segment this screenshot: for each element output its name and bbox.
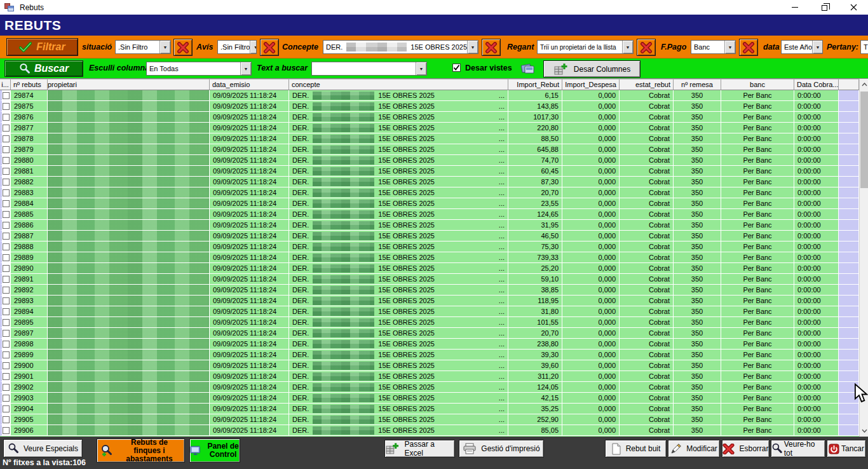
row-checkbox[interactable]	[3, 211, 10, 218]
table-row[interactable]: 2989509/09/2025 11:18:24DER.15E OBRES 20…	[0, 317, 859, 328]
table-row[interactable]: 2989709/09/2025 11:18:24DER.15E OBRES 20…	[0, 328, 859, 339]
row-checkbox[interactable]	[3, 222, 10, 229]
column-header[interactable]: i...	[0, 79, 11, 90]
column-header[interactable]: propietari	[48, 79, 210, 90]
pertany-dropdown[interactable]: T	[860, 40, 868, 54]
row-checkbox[interactable]	[3, 384, 10, 391]
column-header[interactable]: Data Cobra...	[794, 79, 839, 90]
rebut-buit-button[interactable]: Rebut buit	[605, 440, 667, 458]
row-checkbox[interactable]	[3, 319, 10, 326]
chevron-down-icon[interactable]: ▼	[159, 41, 170, 53]
row-checkbox[interactable]	[3, 373, 10, 380]
row-checkbox[interactable]	[3, 125, 10, 132]
chevron-down-icon[interactable]: ▼	[467, 41, 478, 53]
filtrar-button[interactable]: Filtrar	[6, 38, 78, 56]
chevron-down-icon[interactable]: ▼	[724, 41, 735, 53]
row-checkbox[interactable]	[3, 243, 10, 250]
table-row[interactable]: 2990509/09/2025 11:18:24DER.15E OBRES 20…	[0, 414, 859, 425]
row-checkbox[interactable]	[3, 287, 10, 294]
row-checkbox[interactable]	[3, 179, 10, 186]
clear-concepte-button[interactable]	[482, 39, 501, 56]
row-checkbox[interactable]	[3, 308, 10, 315]
save-view-icon[interactable]	[520, 62, 536, 78]
column-header[interactable]: nº rebuts	[11, 79, 48, 90]
table-row[interactable]: 2988809/09/2025 11:18:24DER.15E OBRES 20…	[0, 241, 859, 252]
clear-regant-button[interactable]	[637, 39, 656, 56]
modificar-button[interactable]: Modificar	[668, 440, 720, 458]
row-checkbox[interactable]	[3, 351, 10, 358]
table-row[interactable]: 2987809/09/2025 11:18:24DER.15E OBRES 20…	[0, 133, 859, 144]
chevron-down-icon[interactable]: ▼	[240, 62, 251, 75]
row-checkbox[interactable]	[3, 146, 10, 153]
table-row[interactable]: 2988409/09/2025 11:18:24DER.15E OBRES 20…	[0, 198, 859, 209]
scroll-down-button[interactable]	[860, 425, 868, 437]
table-row[interactable]: 2990009/09/2025 11:18:24DER.15E OBRES 20…	[0, 360, 859, 371]
table-row[interactable]: 2989909/09/2025 11:18:24DER.15E OBRES 20…	[0, 350, 859, 360]
table-row[interactable]: 2988609/09/2025 11:18:24DER.15E OBRES 20…	[0, 220, 859, 231]
row-checkbox[interactable]	[3, 233, 10, 240]
row-checkbox[interactable]	[3, 114, 10, 121]
table-row[interactable]: 2987909/09/2025 11:18:24DER.15E OBRES 20…	[0, 144, 859, 155]
table-row[interactable]: 2988309/09/2025 11:18:24DER.15E OBRES 20…	[0, 187, 859, 198]
scrollbar-thumb[interactable]	[860, 92, 868, 188]
fpago-dropdown[interactable]: Banc ▼	[691, 40, 736, 54]
table-row[interactable]: 2988709/09/2025 11:18:24DER.15E OBRES 20…	[0, 231, 859, 241]
situacio-dropdown[interactable]: .Sin Filtro ▼	[115, 40, 171, 54]
row-checkbox[interactable]	[3, 157, 10, 164]
column-header[interactable]: data_emisio	[210, 79, 289, 90]
table-row[interactable]: 2988209/09/2025 11:18:24DER.15E OBRES 20…	[0, 177, 859, 187]
close-button[interactable]	[839, 0, 868, 15]
gestio-impresio-button[interactable]: Gestió d'impresió	[459, 440, 544, 458]
row-checkbox[interactable]	[3, 362, 10, 369]
row-checkbox[interactable]	[3, 254, 10, 261]
table-row[interactable]: 2988009/09/2025 11:18:24DER.15E OBRES 20…	[0, 155, 859, 166]
concepte-dropdown[interactable]: DER. 15E OBRES 2025 ▼	[323, 40, 478, 54]
row-checkbox[interactable]	[3, 341, 10, 348]
table-row[interactable]: 2990609/09/2025 11:18:24DER.15E OBRES 20…	[0, 425, 859, 436]
chevron-down-icon[interactable]: ▼	[622, 41, 633, 53]
passar-a-excel-button[interactable]: Passar a Excel	[384, 440, 455, 458]
desar-vistes-checkbox[interactable]	[452, 64, 461, 72]
table-row[interactable]: 2987609/09/2025 11:18:24DER.15E OBRES 20…	[0, 112, 859, 123]
minimize-button[interactable]	[780, 0, 810, 15]
panel-de-control-button[interactable]: Panel de Control	[189, 438, 240, 463]
table-row[interactable]: 2988109/09/2025 11:18:24DER.15E OBRES 20…	[0, 166, 859, 177]
column-header[interactable]: concepte	[289, 79, 508, 90]
row-checkbox[interactable]	[3, 189, 10, 196]
esculli-columna-dropdown[interactable]: En Todas ▼	[146, 62, 252, 76]
regant-dropdown[interactable]: Triï un propietari de la llista ▼	[537, 40, 634, 54]
desar-columnes-button[interactable]: Desar Columnes	[543, 60, 641, 78]
table-row[interactable]: 2990409/09/2025 11:18:24DER.15E OBRES 20…	[0, 404, 859, 414]
row-checkbox[interactable]	[3, 330, 10, 337]
column-header[interactable]: estat_rebut	[620, 79, 674, 90]
buscar-button[interactable]: Buscar	[4, 60, 83, 77]
table-row[interactable]: 2989409/09/2025 11:18:24DER.15E OBRES 20…	[0, 306, 859, 317]
table-row[interactable]: 2990209/09/2025 11:18:24DER.15E OBRES 20…	[0, 382, 859, 393]
table-row[interactable]: 2987409/09/2025 11:18:24DER.15E OBRES 20…	[0, 90, 859, 101]
chevron-down-icon[interactable]: ▼	[812, 41, 823, 53]
row-checkbox[interactable]	[3, 135, 10, 142]
restore-button[interactable]	[810, 0, 839, 15]
row-checkbox[interactable]	[3, 103, 10, 110]
row-checkbox[interactable]	[3, 265, 10, 272]
rebuts-finques-button[interactable]: Rebuts de finques i abastaments	[97, 438, 185, 463]
column-header[interactable]: Import_Rebut	[508, 79, 562, 90]
esborrar-button[interactable]: Esborrar	[722, 440, 770, 458]
table-row[interactable]: 2987709/09/2025 11:18:24DER.15E OBRES 20…	[0, 123, 859, 133]
table-row[interactable]: 2987509/09/2025 11:18:24DER.15E OBRES 20…	[0, 101, 859, 112]
row-checkbox[interactable]	[3, 276, 10, 283]
column-header[interactable]: Import_Despesa	[562, 79, 620, 90]
text-a-buscar-input[interactable]: ▼	[311, 62, 427, 76]
table-row[interactable]: 2989209/09/2025 11:18:24DER.15E OBRES 20…	[0, 285, 859, 296]
veure-especials-button[interactable]: Veure Especials	[3, 439, 83, 458]
row-checkbox[interactable]	[3, 92, 10, 99]
table-row[interactable]: 2988909/09/2025 11:18:24DER.15E OBRES 20…	[0, 252, 859, 263]
scroll-up-button[interactable]	[860, 79, 868, 90]
chevron-down-icon[interactable]: ▼	[416, 62, 426, 75]
table-row[interactable]: 2990309/09/2025 11:18:24DER.15E OBRES 20…	[0, 393, 859, 404]
row-checkbox[interactable]	[3, 405, 10, 412]
row-checkbox[interactable]	[3, 200, 10, 207]
table-row[interactable]: 2989009/09/2025 11:18:24DER.15E OBRES 20…	[0, 263, 859, 274]
table-row[interactable]: 2989109/09/2025 11:18:24DER.15E OBRES 20…	[0, 274, 859, 285]
avis-dropdown[interactable]: .Sin Filtro ▼	[217, 40, 257, 54]
